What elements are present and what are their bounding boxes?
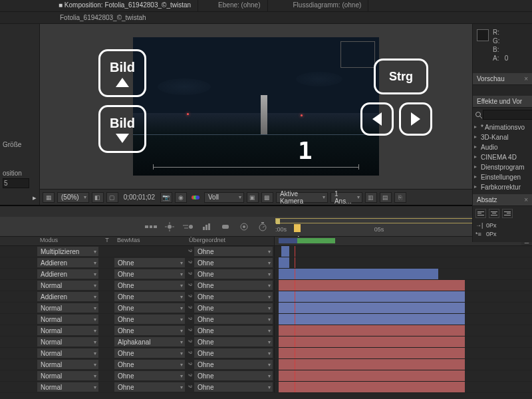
region-icon[interactable]: ▣: [247, 192, 259, 203]
layer-duration-bar[interactable]: [279, 280, 465, 291]
layer-duration-bar[interactable]: [279, 257, 289, 268]
effect-category-item[interactable]: 3D-Kanal: [473, 132, 532, 142]
col-bewmas[interactable]: BewMas: [114, 237, 186, 245]
tab-ebene[interactable]: Ebene: (ohne): [211, 0, 267, 11]
layer-row[interactable]: NormalOhne༄Ohne: [0, 370, 532, 382]
layer-duration-bar[interactable]: [279, 382, 465, 392]
layer-row[interactable]: Multiplizieren༄Ohne: [0, 246, 532, 257]
pickwhip-icon[interactable]: ༄: [186, 327, 194, 334]
tab-effekte[interactable]: Effekte und Vor: [473, 96, 532, 108]
layer-duration-bar[interactable]: [279, 325, 465, 336]
align-left-button[interactable]: [475, 209, 486, 218]
track-matte-dropdown[interactable]: Ohne: [114, 281, 185, 290]
track-matte-dropdown[interactable]: Ohne: [114, 360, 185, 369]
layer-duration-bar[interactable]: [279, 359, 465, 370]
layer-duration-bar[interactable]: [279, 314, 465, 325]
track-matte-dropdown[interactable]: Ohne: [114, 348, 185, 358]
tool-sequence-icon[interactable]: [145, 221, 157, 233]
layer-row[interactable]: NormalOhne༄Ohne: [0, 348, 532, 359]
pickwhip-icon[interactable]: ༄: [186, 247, 194, 255]
layer-row[interactable]: NormalOhne༄Ohne: [0, 303, 532, 314]
tab-composition[interactable]: ■ Komposition: Fotolia_61942803_©_twista…: [52, 0, 198, 11]
parent-dropdown[interactable]: Ohne: [194, 269, 273, 279]
parent-dropdown[interactable]: Ohne: [194, 360, 273, 369]
pickwhip-icon[interactable]: ༄: [186, 338, 194, 346]
align-center-button[interactable]: [489, 209, 499, 218]
layer-row[interactable]: NormalOhne༄Ohne: [0, 359, 532, 370]
track-matte-dropdown[interactable]: Ohne: [114, 303, 185, 313]
layer-duration-bar[interactable]: [279, 269, 438, 279]
res-icon[interactable]: ◧: [92, 192, 104, 203]
tool-graph-icon[interactable]: [201, 221, 213, 233]
effect-category-item[interactable]: * Animationsvo: [473, 122, 532, 132]
col-modus[interactable]: Modus: [37, 237, 100, 245]
layer-duration-bar[interactable]: [281, 246, 289, 257]
blend-mode-dropdown[interactable]: Normal: [37, 315, 98, 324]
tab-vorschau[interactable]: Vorschau×: [473, 73, 532, 85]
parent-dropdown[interactable]: Ohne: [194, 326, 273, 335]
blend-mode-dropdown[interactable]: Addieren: [37, 292, 98, 301]
views-dropdown[interactable]: 1 Ans...: [331, 192, 362, 203]
blend-mode-dropdown[interactable]: Normal: [37, 348, 98, 358]
cti-playhead[interactable]: [294, 224, 301, 232]
timecode-display[interactable]: 0;00;01;02: [121, 194, 158, 201]
track-matte-dropdown[interactable]: Ohne: [114, 258, 185, 267]
layer-row[interactable]: NormalOhne༄Ohne: [0, 280, 532, 291]
parent-dropdown[interactable]: Ohne: [194, 371, 273, 380]
grid-icon[interactable]: ▦: [43, 192, 55, 203]
parent-dropdown[interactable]: Ohne: [194, 348, 273, 358]
parent-dropdown[interactable]: Ohne: [194, 281, 273, 290]
view-opt2-icon[interactable]: ▤: [380, 192, 392, 203]
pickwhip-icon[interactable]: ༄: [186, 281, 194, 289]
pickwhip-icon[interactable]: ༄: [186, 349, 194, 357]
track-matte-dropdown[interactable]: Ohne: [114, 269, 185, 279]
blend-mode-dropdown[interactable]: Normal: [37, 371, 98, 380]
blend-mode-dropdown[interactable]: Normal: [37, 326, 98, 335]
blend-mode-dropdown[interactable]: Normal: [37, 382, 98, 392]
pickwhip-icon[interactable]: ༄: [186, 383, 194, 391]
view-opt1-icon[interactable]: ▥: [365, 192, 377, 203]
tab-absatz[interactable]: Absatz×: [473, 194, 532, 206]
parent-dropdown[interactable]: Ohne: [194, 292, 273, 301]
track-matte-dropdown[interactable]: Ohne: [114, 382, 185, 392]
safe-icon[interactable]: ▢: [106, 192, 118, 203]
track-matte-dropdown[interactable]: Ohne: [114, 371, 185, 380]
tool-eraser-icon[interactable]: [219, 221, 231, 233]
pickwhip-icon[interactable]: ༄: [186, 372, 194, 380]
effect-category-item[interactable]: Farbkorrektur: [473, 182, 532, 192]
blend-mode-dropdown[interactable]: Normal: [37, 360, 98, 369]
value-input[interactable]: [3, 178, 29, 188]
camera-icon[interactable]: 📷: [160, 192, 172, 203]
pickwhip-icon[interactable]: ༄: [186, 259, 194, 267]
indent-left[interactable]: →|0 Px: [475, 222, 529, 229]
tool-motion-blur-icon[interactable]: [182, 221, 194, 233]
parent-dropdown[interactable]: Ohne: [194, 258, 273, 267]
effect-category-item[interactable]: Dienstprogram: [473, 162, 532, 172]
layer-row[interactable]: NormalOhne༄Ohne: [0, 325, 532, 336]
col-t[interactable]: T: [100, 237, 114, 245]
track-matte-dropdown[interactable]: Ohne: [114, 292, 185, 301]
effect-category-item[interactable]: CINEMA 4D: [473, 152, 532, 162]
effect-category-item[interactable]: Einstellungen: [473, 172, 532, 182]
pickwhip-icon[interactable]: ༄: [186, 360, 194, 368]
blend-mode-dropdown[interactable]: Normal: [37, 303, 98, 313]
blend-mode-dropdown[interactable]: Normal: [37, 337, 98, 346]
composition-viewport[interactable]: 1 Bild Bild Strg: [40, 24, 472, 189]
blend-mode-dropdown[interactable]: Addieren: [37, 258, 98, 267]
close-icon[interactable]: ×: [524, 75, 528, 82]
tool-stopwatch-icon[interactable]: [257, 221, 269, 233]
track-matte-dropdown[interactable]: Ohne: [114, 315, 185, 324]
layer-duration-bar[interactable]: [279, 291, 465, 302]
layer-row[interactable]: NormalOhne༄Ohne: [0, 382, 532, 393]
parent-dropdown[interactable]: Ohne: [194, 303, 273, 313]
blend-mode-dropdown[interactable]: Normal: [37, 281, 98, 290]
camera-dropdown[interactable]: Aktive Kamera: [276, 192, 328, 203]
layer-row[interactable]: AddierenOhne༄Ohne: [0, 269, 532, 280]
layer-duration-bar[interactable]: [279, 348, 465, 358]
layer-row[interactable]: AddierenOhne༄Ohne: [0, 291, 532, 303]
layer-duration-bar[interactable]: [279, 370, 465, 381]
effect-category-item[interactable]: Audio: [473, 142, 532, 152]
blend-mode-dropdown[interactable]: Multiplizieren: [37, 247, 98, 256]
expand-icon[interactable]: ▸: [33, 194, 37, 202]
pickwhip-icon[interactable]: ༄: [186, 315, 194, 323]
